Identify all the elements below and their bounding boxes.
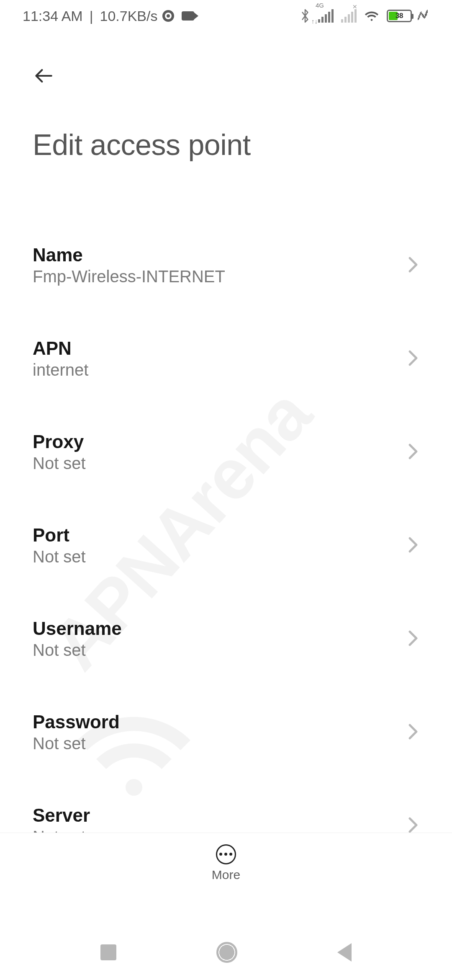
cellular-4g-label: 4G	[316, 2, 324, 9]
wifi-icon	[364, 8, 379, 23]
no-sim-x-icon: ✕	[352, 3, 357, 10]
chevron-right-icon	[407, 443, 419, 462]
chevron-right-icon	[407, 816, 419, 833]
settings-gear-icon	[162, 10, 174, 22]
row-label: Password	[33, 712, 120, 732]
row-value: Not set	[33, 734, 120, 753]
chevron-right-icon	[407, 723, 419, 742]
camera-icon	[182, 11, 194, 21]
row-label: Server	[33, 805, 90, 826]
chevron-right-icon	[407, 536, 419, 555]
row-value: Not set	[33, 547, 86, 566]
row-server[interactable]: Server Not set	[0, 791, 452, 833]
status-right: 4G ↑↓ ✕ 38 🗲	[300, 8, 429, 23]
row-value: Fmp-Wireless-INTERNET	[33, 267, 225, 286]
system-nav-bar	[0, 925, 452, 980]
row-apn[interactable]: APN internet	[0, 324, 452, 394]
cellular-signal-icon-sim1: 4G ↑↓	[318, 9, 334, 23]
back-button[interactable]	[33, 61, 62, 90]
row-password[interactable]: Password Not set	[0, 697, 452, 767]
row-value: Not set	[33, 454, 86, 473]
row-name[interactable]: Name Fmp-Wireless-INTERNET	[0, 230, 452, 300]
row-label: Proxy	[33, 431, 86, 452]
row-label: APN	[33, 338, 88, 359]
nav-back-button[interactable]	[337, 943, 352, 962]
more-icon	[216, 844, 236, 864]
more-button[interactable]: More	[212, 844, 240, 882]
data-arrows-icon: ↑↓	[311, 19, 318, 23]
chevron-right-icon	[407, 349, 419, 369]
row-value: Not set	[33, 641, 122, 660]
nav-recent-button[interactable]	[100, 944, 116, 960]
battery-icon: 38	[387, 10, 412, 22]
more-label: More	[212, 868, 240, 882]
chevron-right-icon	[407, 629, 419, 649]
chevron-right-icon	[407, 256, 419, 275]
row-proxy[interactable]: Proxy Not set	[0, 417, 452, 487]
row-label: Port	[33, 525, 86, 546]
row-port[interactable]: Port Not set	[0, 511, 452, 580]
cellular-signal-icon-sim2: ✕	[341, 9, 357, 23]
row-label: Username	[33, 618, 122, 639]
page-title: Edit access point	[33, 128, 419, 162]
status-left: 11:34 AM | 10.7KB/s	[23, 8, 194, 24]
app-header: Edit access point	[0, 32, 452, 162]
arrow-left-icon	[33, 64, 56, 88]
bottom-action-bar: More	[0, 833, 452, 893]
status-divider: |	[90, 8, 93, 24]
bluetooth-icon	[300, 9, 311, 23]
settings-list: Name Fmp-Wireless-INTERNET APN internet …	[0, 184, 452, 833]
status-network-speed: 10.7KB/s	[100, 8, 158, 24]
status-bar: 11:34 AM | 10.7KB/s 4G ↑↓ ✕ 38 🗲	[0, 0, 452, 32]
status-time: 11:34 AM	[23, 8, 83, 24]
row-label: Name	[33, 245, 225, 266]
nav-home-button[interactable]	[216, 942, 237, 963]
row-value: Not set	[33, 828, 90, 833]
charging-bolt-icon: 🗲	[417, 9, 429, 23]
battery-pct: 38	[388, 11, 411, 21]
row-username[interactable]: Username Not set	[0, 604, 452, 674]
row-value: internet	[33, 361, 88, 379]
